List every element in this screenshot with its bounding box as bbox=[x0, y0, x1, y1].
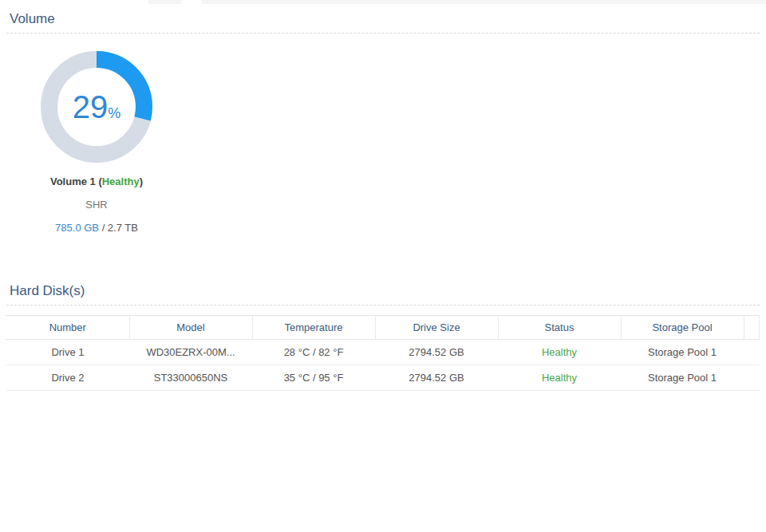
column-header-drive-size: Drive Size bbox=[375, 316, 498, 340]
disk-cell-status: Healthy bbox=[498, 365, 621, 391]
usage-percent-number: 29 bbox=[73, 91, 109, 123]
volume-card: 29 % Volume 1 (Healthy) SHR 785.0 GB / 2… bbox=[17, 51, 176, 234]
volume-name-suffix: ) bbox=[140, 175, 143, 187]
disk-cell-spacer bbox=[744, 340, 760, 365]
disk-cell-storage-pool: Storage Pool 1 bbox=[621, 340, 744, 365]
hard-disks-section: Hard Disk(s) NumberModelTemperatureDrive… bbox=[0, 274, 766, 391]
disk-table-row: Drive 1WD30EZRX-00M...28 °C / 82 °F2794.… bbox=[6, 340, 760, 365]
disk-table-header-row: NumberModelTemperatureDrive SizeStatusSt… bbox=[6, 316, 760, 340]
disk-table-row: Drive 2ST33000650NS35 °C / 95 °F2794.52 … bbox=[6, 365, 760, 391]
column-header-temperature: Temperature bbox=[252, 316, 375, 340]
volume-status-badge: Healthy bbox=[102, 175, 140, 187]
disk-cell-status: Healthy bbox=[498, 340, 621, 365]
window-top-edge bbox=[148, 0, 766, 4]
percent-sign: % bbox=[108, 106, 120, 120]
disk-cell-number: Drive 2 bbox=[6, 365, 129, 391]
volume-used-capacity: 785.0 GB bbox=[55, 222, 99, 234]
disk-cell-drive-size: 2794.52 GB bbox=[375, 365, 498, 391]
disk-cell-temperature: 35 °C / 95 °F bbox=[252, 365, 375, 391]
disk-cell-model: ST33000650NS bbox=[129, 365, 252, 391]
disk-cell-model: WD30EZRX-00M... bbox=[129, 340, 252, 365]
disk-cell-number: Drive 1 bbox=[6, 340, 129, 365]
volume-name-prefix: Volume 1 ( bbox=[50, 175, 102, 187]
hard-disks-section-title: Hard Disk(s) bbox=[6, 274, 760, 305]
volume-section: Volume 29 % Volume 1 (Healthy) SHR 785.0… bbox=[0, 0, 766, 234]
volume-usage-donut-chart: 29 % bbox=[41, 51, 152, 163]
column-header-spacer bbox=[744, 316, 760, 340]
column-header-model: Model bbox=[129, 316, 252, 340]
volume-capacity-line: 785.0 GB / 2.7 TB bbox=[17, 222, 176, 234]
disk-cell-spacer bbox=[744, 365, 760, 391]
volume-name-line: Volume 1 (Healthy) bbox=[17, 175, 176, 187]
volume-section-title: Volume bbox=[6, 0, 760, 33]
disk-cell-storage-pool: Storage Pool 1 bbox=[621, 365, 744, 391]
column-header-storage-pool: Storage Pool bbox=[621, 316, 744, 340]
disk-cell-drive-size: 2794.52 GB bbox=[375, 340, 498, 365]
volume-raid-type: SHR bbox=[17, 199, 176, 211]
disk-cell-temperature: 28 °C / 82 °F bbox=[252, 340, 375, 365]
column-header-number: Number bbox=[6, 316, 129, 340]
window-top-edge-gap bbox=[181, 0, 202, 4]
volume-usage-percent: 29 % bbox=[41, 51, 152, 163]
column-header-status: Status bbox=[498, 316, 621, 340]
volume-total-capacity: / 2.7 TB bbox=[99, 222, 138, 234]
hard-disk-table: NumberModelTemperatureDrive SizeStatusSt… bbox=[6, 315, 760, 391]
